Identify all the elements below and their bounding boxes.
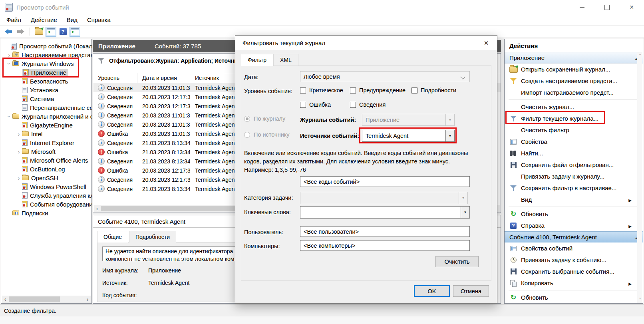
tree-item-app-services-logs[interactable]: Журналы приложений и с (1, 112, 91, 121)
action-clear-log[interactable]: Очистить журнал... (505, 101, 643, 113)
chevron-down-icon[interactable] (6, 113, 12, 119)
action-refresh-event[interactable]: Обновить (505, 292, 643, 303)
action-save-filtered-log[interactable]: Сохранить файл отфильтрован... (505, 159, 643, 171)
log-title: Приложение (98, 43, 135, 50)
menu-help[interactable]: Справка (82, 15, 115, 24)
tree-item-windows-logs[interactable]: Журналы Windows (1, 59, 91, 68)
action-event-properties[interactable]: Свойства событий (505, 243, 643, 254)
tree-item-office-alerts[interactable]: Microsoft Office Alerts (1, 156, 91, 165)
actions-vertical-scrollbar[interactable] (637, 52, 642, 303)
action-attach-task-to-event[interactable]: Привязать задачу к событию... (505, 254, 643, 266)
tree-item-key-mgmt-service[interactable]: Служба управления кл (1, 191, 91, 200)
tree-item-gigabyteengine[interactable]: GigabyteEngine (1, 121, 91, 129)
tab-xml[interactable]: XML (273, 54, 298, 66)
chevron-right-icon[interactable] (16, 131, 22, 137)
forwarded-events-log-icon (22, 104, 28, 111)
tab-general[interactable]: Общие (97, 231, 128, 243)
tree-item-application[interactable]: Приложение (1, 68, 91, 77)
action-properties[interactable]: Свойства (505, 136, 643, 147)
close-button[interactable] (619, 0, 644, 14)
scroll-right-icon[interactable] (84, 296, 91, 303)
tree-item-openssh[interactable]: OpenSSH (1, 173, 91, 182)
tree-item-hardware-events[interactable]: События оборудовани (1, 200, 91, 209)
tree-item-forwarded-events[interactable]: Перенаправленные со (1, 103, 91, 112)
action-find[interactable]: Найти... (505, 147, 643, 159)
action-copy-submenu[interactable]: Копировать (505, 277, 643, 289)
tab-filter[interactable]: Фильтр (241, 54, 273, 66)
user-input[interactable]: <Все пользователи> (300, 226, 470, 237)
action-create-custom-view[interactable]: Создать настраиваемое предста... (505, 75, 643, 87)
chevron-right-icon[interactable] (16, 175, 22, 181)
arrow-right-icon (628, 196, 632, 203)
tree-item-ocbuttonlog[interactable]: OcButtonLog (1, 165, 91, 173)
action-help-submenu[interactable]: Справка (505, 220, 643, 231)
tree-item-intel[interactable]: Intel (1, 129, 91, 138)
actions-section-event[interactable]: Событие 4100, Termidesk Agent (505, 231, 643, 243)
task-category-combobox (300, 192, 468, 204)
checkbox-critical[interactable]: Критическое (300, 87, 343, 93)
help-button[interactable] (58, 27, 68, 37)
checkbox-warning[interactable]: Предупреждение (350, 87, 405, 93)
checkbox-information[interactable]: Сведения (350, 101, 386, 108)
scrollbar-thumb[interactable] (9, 296, 60, 302)
menu-action[interactable]: Действие (26, 15, 62, 24)
checkbox-verbose[interactable]: Подробности (411, 87, 456, 93)
tree-item-system[interactable]: Система (1, 94, 91, 103)
ok-button[interactable]: OK (414, 285, 450, 297)
clear-button[interactable]: Очистить (435, 256, 479, 267)
action-pane-toggle-button[interactable] (70, 27, 80, 37)
chevron-down-icon[interactable] (461, 207, 469, 218)
scroll-left-icon[interactable] (2, 296, 9, 303)
maximize-button[interactable] (594, 0, 619, 14)
action-open-saved-log[interactable]: Открыть сохраненный журнал... (505, 64, 643, 75)
computers-input[interactable]: <Все компьютеры> (300, 240, 470, 251)
tree-item-root[interactable]: Просмотр событий (Локальны (1, 42, 91, 50)
maximize-icon (604, 5, 610, 10)
chevron-down-icon[interactable] (6, 61, 12, 67)
info-icon (98, 112, 105, 119)
action-view-submenu[interactable]: Вид (505, 194, 643, 205)
app-services-logs-folder-icon (12, 114, 19, 119)
action-import-custom-view[interactable]: Импорт настраиваемого предст... (505, 87, 643, 98)
action-attach-task-to-log[interactable]: Привязать задачу к журналу... (505, 171, 643, 182)
scroll-left-icon[interactable] (93, 205, 101, 212)
tree-item-custom-views[interactable]: Настраиваемые представл (1, 50, 91, 59)
action-clear-filter[interactable]: Очистить фильтр (505, 124, 643, 136)
column-level[interactable]: Уровень (93, 73, 137, 83)
help-icon (60, 28, 67, 35)
chevron-down-icon[interactable] (445, 130, 454, 141)
tree-item-subscriptions[interactable]: Подписки (1, 209, 91, 217)
console-tree-toggle-button[interactable] (46, 27, 56, 37)
tree-horizontal-scrollbar[interactable] (2, 296, 91, 303)
chevron-right-icon[interactable] (6, 52, 12, 58)
checkbox-error[interactable]: Ошибка (300, 101, 331, 108)
column-datetime[interactable]: Дата и время (137, 73, 190, 83)
action-save-filter-to-view[interactable]: Сохранить фильтр в настраивае... (505, 182, 643, 194)
dialog-close-button[interactable] (479, 38, 494, 48)
tree-item-internet-explorer[interactable]: Internet Explorer (1, 138, 91, 147)
checkbox-icon (350, 102, 356, 108)
event-sources-combobox[interactable]: Termidesk Agent (362, 130, 455, 142)
open-saved-log-button[interactable] (34, 27, 44, 37)
date-combobox[interactable]: Любое время (300, 71, 470, 82)
menu-file[interactable]: Файл (2, 15, 26, 24)
chevron-right-icon[interactable] (16, 149, 22, 155)
event-codes-input[interactable]: <Все коды событий> (300, 176, 470, 187)
cancel-button[interactable]: Отмена (453, 285, 489, 297)
tab-details[interactable]: Подробности (129, 231, 176, 243)
minimize-button[interactable] (570, 0, 594, 14)
tree-item-microsoft[interactable]: Microsoft (1, 147, 91, 156)
application-log-icon (23, 69, 29, 76)
tree-item-security[interactable]: Безопасность (1, 77, 91, 85)
system-log-icon (22, 95, 28, 102)
back-button[interactable] (3, 27, 14, 37)
actions-section-application[interactable]: Приложение (505, 52, 643, 64)
action-save-selected-events[interactable]: Сохранить выбранные события... (505, 266, 643, 277)
keywords-combobox[interactable] (300, 206, 470, 219)
forward-button[interactable] (15, 27, 26, 37)
tree-item-setup[interactable]: Установка (1, 85, 91, 94)
tree-item-powershell[interactable]: Windows PowerShell (1, 182, 91, 191)
menu-view[interactable]: Вид (62, 15, 82, 24)
action-filter-current-log[interactable]: Фильтр текущего журнала... (505, 113, 643, 124)
action-refresh[interactable]: Обновить (505, 208, 643, 220)
